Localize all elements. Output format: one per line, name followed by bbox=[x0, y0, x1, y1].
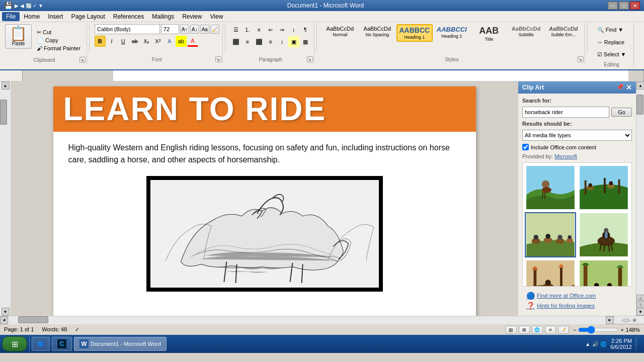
shrink-font-button[interactable]: A↓ bbox=[190, 25, 199, 34]
full-screen-button[interactable]: ⊞ bbox=[519, 326, 530, 334]
scroll-down-button[interactable]: ▼ bbox=[2, 308, 10, 316]
horizontal-scrollbar[interactable]: ◄ ► ◁ ▷ ⊕ bbox=[0, 316, 644, 324]
align-right-button[interactable]: ⬛ bbox=[254, 36, 265, 47]
style-subtitle[interactable]: AaBbCcDd Subtitle bbox=[508, 24, 544, 39]
align-left-button[interactable]: ⬛ bbox=[230, 36, 242, 47]
style-normal[interactable]: AaBbCcDd Normal bbox=[322, 24, 358, 39]
menu-item-home[interactable]: Home bbox=[20, 12, 44, 21]
align-center-button[interactable]: ≡ bbox=[242, 36, 253, 47]
panel-pin-button[interactable]: 📌 bbox=[616, 83, 624, 92]
thumbnail-6[interactable] bbox=[578, 259, 629, 287]
taskbar-cortana[interactable]: 🔵 bbox=[32, 337, 50, 351]
font-color-button[interactable]: A bbox=[187, 36, 198, 47]
zoom-slider[interactable] bbox=[578, 327, 618, 333]
cut-button[interactable]: ✂ Cut bbox=[34, 29, 84, 36]
menu-item-mailings[interactable]: Mailings bbox=[148, 12, 178, 21]
style-heading1[interactable]: AABBCC Heading 1 bbox=[396, 24, 433, 42]
decrease-indent-button[interactable]: ⇐ bbox=[265, 24, 276, 35]
vscroll-page-down-button[interactable]: ▽ bbox=[636, 301, 644, 307]
borders-button[interactable]: ▦ bbox=[300, 36, 311, 47]
search-input[interactable] bbox=[522, 107, 609, 118]
vertical-scrollbar[interactable]: ▲ △ ▽ ▼ bbox=[636, 81, 644, 316]
bullets-button[interactable]: ☰ bbox=[230, 24, 242, 35]
font-size-input[interactable] bbox=[161, 24, 179, 34]
menu-item-page-layout[interactable]: Page Layout bbox=[67, 12, 109, 21]
close-button[interactable]: ✕ bbox=[630, 2, 640, 10]
style-title[interactable]: AAB Title bbox=[471, 24, 507, 43]
vscroll-up-button[interactable]: ▲ bbox=[636, 81, 644, 89]
draft-button[interactable]: 📝 bbox=[558, 326, 569, 334]
paragraph-expand[interactable]: ↘ bbox=[307, 56, 313, 62]
clear-format-button[interactable]: 🧹 bbox=[210, 25, 219, 34]
zoom-out-button[interactable]: − bbox=[573, 327, 576, 333]
paste-button[interactable]: 📋 Paste bbox=[5, 24, 32, 49]
vscroll-thumb[interactable] bbox=[636, 95, 643, 115]
zoom-control[interactable]: − + 148% bbox=[573, 327, 640, 333]
taskbar-photoshop[interactable]: C bbox=[52, 337, 72, 351]
thumbnail-1[interactable] bbox=[525, 165, 576, 210]
include-office-checkbox[interactable] bbox=[522, 144, 529, 150]
hscroll-right-button[interactable]: ► bbox=[606, 316, 614, 324]
sort-button[interactable]: ↕ bbox=[288, 24, 299, 35]
thumbnail-5[interactable] bbox=[525, 259, 576, 287]
maximize-button[interactable]: □ bbox=[619, 2, 629, 10]
scroll-up-button[interactable]: ▲ bbox=[2, 81, 10, 89]
copy-button[interactable]: 📄 Copy bbox=[34, 37, 84, 44]
numbering-button[interactable]: 1. bbox=[242, 24, 253, 35]
menu-item-insert[interactable]: Insert bbox=[44, 12, 67, 21]
show-formatting-button[interactable]: ¶ bbox=[300, 24, 311, 35]
find-button[interactable]: 🔍 Find ▼ bbox=[593, 24, 628, 36]
hscroll-thumb[interactable] bbox=[18, 316, 48, 323]
increase-indent-button[interactable]: ⇒ bbox=[277, 24, 288, 35]
style-no-spacing[interactable]: AaBbCcDd No Spacing bbox=[359, 24, 395, 39]
hints-link[interactable]: ❓ Hints for finding images bbox=[526, 302, 628, 310]
style-heading2[interactable]: AABBCCI Heading 2 bbox=[434, 24, 470, 40]
replace-button[interactable]: ↔ Replace bbox=[593, 37, 629, 48]
menu-item-file[interactable]: File bbox=[2, 12, 20, 21]
menu-item-view[interactable]: View bbox=[206, 12, 227, 21]
superscript-button[interactable]: X² bbox=[152, 36, 164, 47]
change-case-button[interactable]: Aa bbox=[200, 25, 209, 34]
menu-item-review[interactable]: Review bbox=[178, 12, 206, 21]
vscroll-down-button[interactable]: ▼ bbox=[636, 308, 644, 316]
shading-button[interactable]: ▣ bbox=[288, 36, 299, 47]
taskbar-word[interactable]: W Document1 - Microsoft Word bbox=[74, 337, 167, 351]
multilevel-button[interactable]: ≡ bbox=[254, 24, 265, 35]
provided-by-link[interactable]: Microsoft bbox=[554, 153, 577, 159]
zoom-in-button[interactable]: + bbox=[620, 327, 623, 333]
bold-button[interactable]: B bbox=[95, 36, 106, 47]
thumbnails-area[interactable] bbox=[522, 162, 632, 287]
vscroll-page-up-button[interactable]: △ bbox=[636, 295, 644, 301]
minimize-button[interactable]: ─ bbox=[608, 2, 618, 10]
show-desktop-button[interactable] bbox=[636, 337, 640, 351]
select-button[interactable]: ☑ Select ▼ bbox=[593, 49, 631, 60]
go-button[interactable]: Go bbox=[611, 108, 632, 117]
text-effects-button[interactable]: A bbox=[164, 36, 175, 47]
outline-button[interactable]: ≡ bbox=[545, 326, 556, 334]
subscript-button[interactable]: X₂ bbox=[141, 36, 152, 47]
document-paragraph[interactable]: High-quality Western and English riding … bbox=[68, 142, 461, 166]
hscroll-left-button[interactable]: ◄ bbox=[0, 316, 8, 324]
web-layout-button[interactable]: 🌐 bbox=[532, 326, 543, 334]
find-more-link[interactable]: 🔵 Find more at Office.com bbox=[526, 292, 628, 300]
grow-font-button[interactable]: A↑ bbox=[180, 25, 189, 34]
italic-button[interactable]: I bbox=[106, 36, 117, 47]
highlight-button[interactable]: ab bbox=[176, 36, 187, 47]
styles-expand[interactable]: ↘ bbox=[578, 56, 584, 62]
results-select[interactable]: All media file types bbox=[522, 130, 632, 141]
font-name-input[interactable] bbox=[95, 24, 160, 34]
menu-item-references[interactable]: References bbox=[109, 12, 148, 21]
thumbnail-3[interactable] bbox=[525, 212, 576, 257]
strikethrough-button[interactable]: ab bbox=[129, 36, 140, 47]
style-subtle-em[interactable]: AaBbCcDd Subtle Em... bbox=[545, 24, 582, 39]
thumbnail-2[interactable] bbox=[578, 165, 629, 210]
format-painter-button[interactable]: 🖌 Format Painter bbox=[34, 45, 84, 52]
justify-button[interactable]: ≡ bbox=[265, 36, 276, 47]
panel-close-button[interactable]: ✕ bbox=[626, 83, 632, 92]
print-layout-button[interactable]: ▤ bbox=[506, 326, 517, 334]
thumbnail-4[interactable] bbox=[578, 212, 629, 257]
start-button[interactable]: ⊞ bbox=[2, 336, 27, 351]
document-area[interactable]: LEARN TO RIDE High-quality Western and E… bbox=[11, 81, 518, 316]
font-expand[interactable]: ↘ bbox=[215, 56, 221, 62]
clipboard-expand[interactable]: ↘ bbox=[79, 57, 86, 63]
